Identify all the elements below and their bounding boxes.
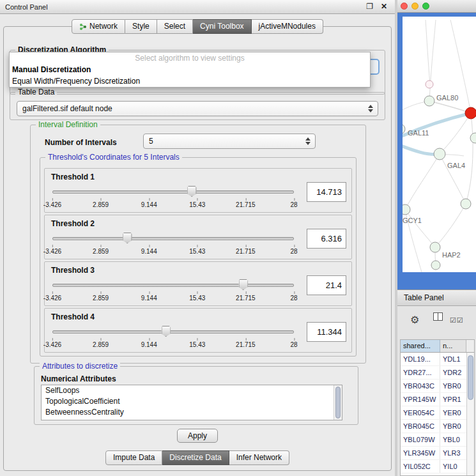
table-row[interactable]: YDR27...YDR2 [401, 366, 466, 380]
thresholds-coordinates-group: Threshold's Coordinates for 5 Intervals … [40, 157, 357, 357]
list-item[interactable]: TopologicalCoefficient [42, 396, 342, 407]
number-of-intervals-spinner[interactable]: 5 [143, 134, 316, 149]
dropdown-option-manual-discretization[interactable]: Manual Discretization [10, 64, 370, 75]
attributes-to-discretize-group: Attributes to discretize Numerical Attri… [34, 366, 358, 425]
threshold-3-label: Threshold 3 [51, 266, 95, 275]
attributes-list-scrollbar[interactable] [334, 385, 342, 420]
tab-style[interactable]: Style [125, 19, 157, 34]
float-window-icon[interactable]: ❐ [366, 2, 373, 11]
tab-select[interactable]: Select [157, 19, 193, 34]
apply-button[interactable]: Apply [177, 429, 218, 443]
tick-label: 2.859 [93, 341, 109, 348]
network-node[interactable] [426, 81, 433, 88]
slider-thumb[interactable] [187, 186, 197, 197]
network-canvas[interactable]: GAL80GAL11GAL4GCY1HAP2 [403, 17, 476, 272]
threshold-3-slider[interactable] [52, 279, 294, 291]
table-row[interactable]: YLR345WYLR3 [401, 447, 466, 460]
slider-ticks: -3.4262.8599.14415.4321.71528 [52, 200, 294, 208]
tab-cyni-toolbox[interactable]: Cyni Toolbox [193, 19, 251, 34]
top-tab-bar: Network Style Select Cyni Toolbox jActiv… [0, 19, 395, 34]
slider-thumb[interactable] [161, 326, 171, 337]
network-edge[interactable] [466, 113, 473, 204]
close-icon[interactable]: ✕ [381, 2, 387, 11]
network-node[interactable] [434, 148, 445, 160]
network-node[interactable] [424, 96, 434, 106]
tab-impute-data-label: Impute Data [113, 451, 155, 464]
table-row[interactable]: YER054CYER0 [401, 406, 466, 420]
table-data-combobox[interactable]: galFiltered.sif default node [17, 101, 378, 116]
thresholds-group-title: Threshold's Coordinates for 5 Intervals [45, 153, 182, 162]
network-node[interactable] [431, 261, 440, 270]
table-cell: YBR0 [440, 380, 466, 392]
column-header-shared-name[interactable]: shared... [401, 340, 440, 352]
table-row[interactable]: YBR045CYBR0 [401, 420, 466, 433]
dropdown-placeholder-option[interactable]: Select algorithm to view settings [10, 52, 370, 64]
table-row[interactable]: YBR043CYBR0 [401, 380, 466, 393]
threshold-3-value[interactable]: 21.4 [307, 275, 346, 295]
slider-track[interactable] [52, 330, 294, 334]
slider-track[interactable] [52, 284, 294, 287]
threshold-2-slider[interactable] [52, 233, 294, 244]
slider-track[interactable] [52, 190, 294, 194]
network-edge[interactable] [405, 154, 440, 210]
tab-infer-network[interactable]: Infer Network [229, 450, 289, 465]
network-edge[interactable] [426, 20, 430, 84]
number-of-intervals-label: Number of Intervals [45, 138, 117, 147]
tick-label: 28 [290, 248, 297, 255]
scrollbar-thumb[interactable] [335, 387, 341, 418]
table-row[interactable]: YPR145WYPR1 [401, 393, 466, 406]
columns-icon[interactable] [433, 312, 443, 321]
network-edge[interactable] [429, 20, 436, 101]
threshold-4-value[interactable]: 11.344 [307, 322, 346, 342]
slider-track[interactable] [52, 237, 294, 240]
algorithm-dropdown-popup: Select algorithm to view settings Manual… [9, 52, 371, 88]
tick-label: 21.715 [236, 248, 256, 255]
close-traffic-light-icon[interactable] [401, 3, 408, 10]
attributes-group-title: Attributes to discretize [40, 362, 120, 371]
threshold-4-label: Threshold 4 [51, 312, 95, 321]
table-row[interactable]: YIL052CYIL0 [401, 460, 466, 473]
threshold-4-slider[interactable] [52, 326, 294, 337]
zoom-traffic-light-icon[interactable] [422, 3, 429, 10]
network-node[interactable] [430, 242, 440, 252]
control-panel: Control Panel ❐ ✕ Network Style Select C… [0, 0, 395, 476]
table-row[interactable]: YBL079WYBL0 [401, 433, 466, 447]
list-item[interactable]: SelfLoops [42, 385, 342, 396]
dropdown-option-equal-width-frequency[interactable]: Equal Width/Frequency Discretization [10, 75, 370, 87]
table-row[interactable]: YDL19...YDL1 [401, 353, 466, 366]
slider-thumb[interactable] [123, 233, 132, 243]
table-panel: ⚙ ☑☑ shared... n... YDL19...YDL1YDR27...… [397, 306, 476, 476]
threshold-1-slider[interactable] [52, 186, 294, 197]
network-node[interactable] [403, 204, 410, 215]
tab-network[interactable]: Network [72, 19, 125, 34]
network-node[interactable] [461, 199, 471, 209]
numerical-attributes-list[interactable]: SelfLoopsTopologicalCoefficientBetweenne… [41, 385, 342, 420]
list-item[interactable]: BetweennessCentrality [42, 407, 342, 418]
tab-discretize-data[interactable]: Discretize Data [162, 450, 229, 465]
column-header-name[interactable]: n... [440, 340, 466, 352]
minimize-traffic-light-icon[interactable] [411, 3, 418, 10]
network-edge[interactable] [435, 204, 466, 247]
table-vertical-scrollbar[interactable] [466, 353, 474, 475]
tab-impute-data[interactable]: Impute Data [105, 450, 162, 465]
tick-label: 15.43 [189, 295, 205, 302]
tab-jactivemnodules[interactable]: jActiveMNodules [252, 19, 323, 34]
slider-thumb[interactable] [238, 279, 248, 290]
threshold-1-value[interactable]: 14.713 [307, 182, 346, 202]
node-table: shared... n... YDL19...YDL1YDR27...YDR2Y… [400, 339, 475, 476]
network-node[interactable] [470, 133, 476, 143]
control-panel-title: Control Panel [5, 0, 48, 14]
tab-infer-network-label: Infer Network [236, 451, 282, 464]
node-label: GAL80 [436, 94, 458, 102]
table-panel-title: Table Panel [404, 290, 444, 305]
network-edge[interactable] [429, 101, 471, 113]
tab-jactivemnodules-label: jActiveMNodules [259, 20, 316, 33]
scrollbar-thumb[interactable] [468, 355, 473, 400]
threshold-2-value[interactable]: 6.316 [307, 229, 346, 249]
network-node[interactable] [465, 107, 476, 119]
network-node[interactable] [403, 124, 405, 134]
select-columns-checkboxes-icon[interactable]: ☑☑ [450, 312, 464, 328]
table-cell: YPR1 [440, 393, 466, 406]
gear-icon[interactable]: ⚙ [410, 312, 419, 328]
tick-label: -3.426 [43, 341, 61, 348]
